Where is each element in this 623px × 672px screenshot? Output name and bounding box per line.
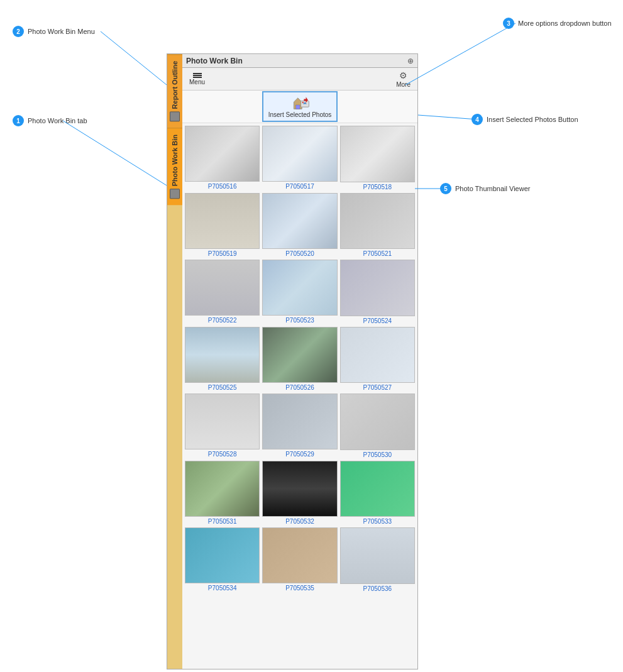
photo-label: P7050528 xyxy=(208,451,237,458)
photo-grid: P7050516P7050517P7050518P7050519P7050520… xyxy=(185,126,415,592)
photo-cell[interactable]: P7050536 xyxy=(340,527,415,592)
badge-2: 2 xyxy=(13,26,24,37)
photo-cell[interactable]: P7050533 xyxy=(340,461,415,526)
title-bar: Photo Work Bin ⊕ xyxy=(182,54,417,68)
photo-work-bin-icon xyxy=(170,189,180,199)
hamburger-line-2 xyxy=(193,75,202,76)
photo-thumbnail[interactable] xyxy=(262,126,337,182)
svg-line-8 xyxy=(405,23,515,85)
photo-label: P7050535 xyxy=(285,585,314,592)
more-button[interactable]: ⚙ More xyxy=(392,68,415,91)
photo-thumbnail[interactable] xyxy=(262,260,337,316)
photo-label: P7050516 xyxy=(208,183,237,190)
photo-cell[interactable]: P7050517 xyxy=(262,126,337,190)
photo-label: P7050529 xyxy=(285,451,314,458)
photo-cell[interactable]: P7050530 xyxy=(340,394,415,458)
photo-thumbnail[interactable] xyxy=(340,394,415,450)
gear-icon: ⚙ xyxy=(399,70,407,80)
side-tabs: Report Outline Photo Work Bin xyxy=(167,54,182,669)
photo-label: P7050520 xyxy=(285,250,314,257)
tab-photo-work-bin[interactable]: Photo Work Bin xyxy=(167,128,182,205)
annotation-1: 1 Photo Work Bin tab xyxy=(13,115,87,126)
photo-work-bin-panel: Report Outline Photo Work Bin Photo Work… xyxy=(167,53,418,669)
photo-label: P7050523 xyxy=(285,317,314,324)
badge-1: 1 xyxy=(13,115,24,126)
photo-label: P7050527 xyxy=(363,384,392,391)
photo-cell[interactable]: P7050523 xyxy=(262,260,337,324)
photo-thumbnail[interactable] xyxy=(262,394,337,449)
tab-report-outline-label: Report Outline xyxy=(171,61,179,109)
photo-thumbnail[interactable] xyxy=(262,327,337,383)
annotation-5: 5 Photo Thumbnail Viewer xyxy=(440,183,530,194)
photo-cell[interactable]: P7050526 xyxy=(262,327,337,392)
photo-thumbnail[interactable] xyxy=(262,193,337,249)
photo-thumbnail[interactable] xyxy=(185,260,260,316)
photo-label: P7050532 xyxy=(285,518,314,525)
insert-photos-icon xyxy=(290,95,310,110)
photo-label: P7050530 xyxy=(363,451,392,458)
photo-thumbnail[interactable] xyxy=(262,461,337,517)
photo-thumbnail[interactable] xyxy=(340,193,415,250)
photo-cell[interactable]: P7050535 xyxy=(262,527,337,592)
photo-thumbnail[interactable] xyxy=(185,193,260,249)
photo-cell[interactable]: P7050518 xyxy=(340,126,415,190)
photo-thumbnail-viewer[interactable]: P7050516P7050517P7050518P7050519P7050520… xyxy=(182,123,417,669)
photo-cell[interactable]: P7050516 xyxy=(185,126,260,190)
svg-line-6 xyxy=(63,121,167,185)
photo-cell[interactable]: P7050525 xyxy=(185,327,260,392)
photo-label: P7050526 xyxy=(285,384,314,391)
photo-cell[interactable]: P7050531 xyxy=(185,461,260,526)
photo-cell[interactable]: P7050528 xyxy=(185,394,260,458)
badge-3: 3 xyxy=(503,18,514,29)
photo-label: P7050522 xyxy=(208,317,237,324)
photo-cell[interactable]: P7050529 xyxy=(262,394,337,458)
photo-label: P7050534 xyxy=(208,585,237,592)
menu-button[interactable]: Menu xyxy=(185,70,209,88)
annotation-1-label: Photo Work Bin tab xyxy=(28,117,87,124)
tab-report-outline[interactable]: Report Outline xyxy=(167,54,182,128)
insert-selected-photos-button[interactable]: Insert Selected Photos xyxy=(262,91,338,122)
photo-thumbnail[interactable] xyxy=(340,260,415,316)
photo-thumbnail[interactable] xyxy=(262,527,337,583)
photo-label: P7050521 xyxy=(363,250,392,257)
panel-title: Photo Work Bin xyxy=(186,57,243,65)
svg-line-9 xyxy=(418,115,478,119)
badge-4: 4 xyxy=(471,114,483,125)
badge-5: 5 xyxy=(440,183,451,194)
annotation-2: 2 Photo Work Bin Menu xyxy=(13,26,95,37)
photo-label: P7050533 xyxy=(363,518,392,525)
annotation-3-label: More options dropdown button xyxy=(518,19,612,27)
photo-cell[interactable]: P7050522 xyxy=(185,260,260,324)
photo-cell[interactable]: P7050532 xyxy=(262,461,337,526)
annotation-4-label: Insert Selected Photos Button xyxy=(487,116,578,123)
photo-label: P7050517 xyxy=(285,183,314,190)
insert-toolbar: Insert Selected Photos xyxy=(182,91,417,123)
menu-button-label: Menu xyxy=(189,79,205,85)
annotation-5-label: Photo Thumbnail Viewer xyxy=(455,185,530,192)
hamburger-line-3 xyxy=(193,77,202,78)
tab-photo-work-bin-label: Photo Work Bin xyxy=(171,135,179,186)
photo-thumbnail[interactable] xyxy=(185,126,260,182)
photo-thumbnail[interactable] xyxy=(340,126,415,182)
photo-label: P7050536 xyxy=(363,585,392,592)
photo-thumbnail[interactable] xyxy=(185,394,260,449)
photo-cell[interactable]: P7050534 xyxy=(185,527,260,592)
photo-cell[interactable]: P7050521 xyxy=(340,193,415,258)
photo-cell[interactable]: P7050524 xyxy=(340,260,415,324)
photo-thumbnail[interactable] xyxy=(340,461,415,517)
photo-thumbnail[interactable] xyxy=(340,527,415,584)
photo-cell[interactable]: P7050527 xyxy=(340,327,415,392)
photo-cell[interactable]: P7050520 xyxy=(262,193,337,258)
annotation-2-label: Photo Work Bin Menu xyxy=(28,28,95,35)
photo-thumbnail[interactable] xyxy=(185,527,260,583)
photo-label: P7050519 xyxy=(208,250,237,257)
photo-label: P7050525 xyxy=(208,384,237,391)
photo-cell[interactable]: P7050519 xyxy=(185,193,260,258)
annotation-3: 3 More options dropdown button xyxy=(503,18,612,29)
photo-thumbnail[interactable] xyxy=(185,327,260,383)
photo-thumbnail[interactable] xyxy=(185,461,260,517)
insert-button-label: Insert Selected Photos xyxy=(268,111,332,118)
photo-thumbnail[interactable] xyxy=(340,327,415,383)
photo-label: P7050531 xyxy=(208,518,237,525)
pin-button[interactable]: ⊕ xyxy=(407,57,414,65)
